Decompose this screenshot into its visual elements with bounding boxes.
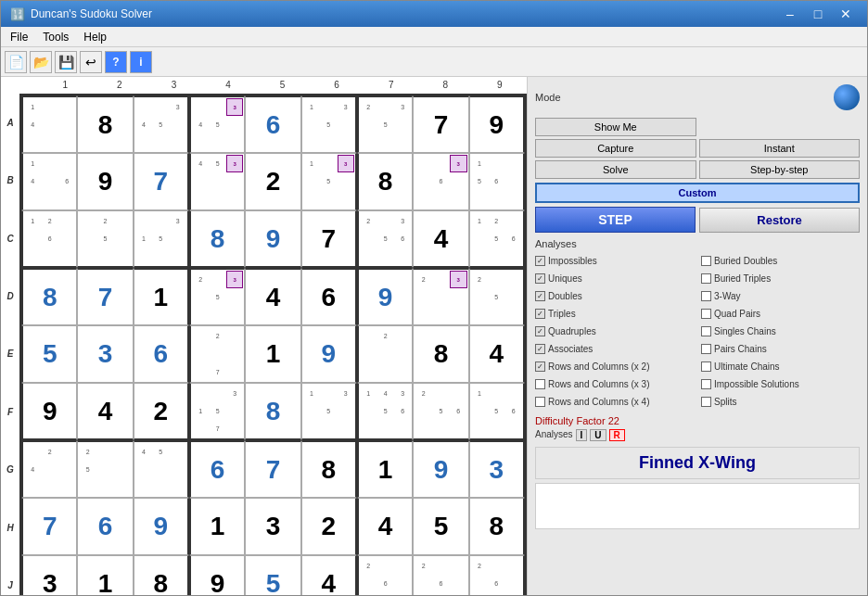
cell-g4[interactable]: 6: [189, 440, 245, 498]
cell-j4[interactable]: 9: [189, 555, 245, 595]
cell-b1[interactable]: 1 46: [21, 153, 77, 210]
cell-h7[interactable]: 4: [357, 498, 413, 555]
cell-c5[interactable]: 9: [245, 210, 300, 268]
cell-e3[interactable]: 6: [134, 325, 189, 383]
cell-h4[interactable]: 1: [189, 498, 245, 555]
menu-help[interactable]: Help: [78, 30, 112, 44]
cell-a1[interactable]: 1 4: [21, 95, 77, 153]
sudoku-grid[interactable]: 1 4 8 3 45: [19, 94, 527, 595]
cell-j9[interactable]: 2 6 7: [469, 555, 525, 595]
cell-f1[interactable]: 9: [21, 383, 77, 440]
cb-impossible-solutions[interactable]: [701, 379, 711, 389]
cell-g9[interactable]: 3: [469, 440, 525, 498]
cell-j3[interactable]: 8: [134, 555, 189, 595]
cell-d4[interactable]: 23 5: [189, 268, 245, 325]
cell-h3[interactable]: 9: [134, 498, 189, 555]
cell-c8[interactable]: 4: [413, 210, 468, 268]
cell-f2[interactable]: 4: [77, 383, 133, 440]
save-button[interactable]: 💾: [55, 51, 77, 73]
maximize-button[interactable]: □: [806, 5, 830, 23]
cell-g2[interactable]: 2 5: [77, 440, 133, 498]
cb-rows-cols-3[interactable]: [535, 379, 545, 389]
cell-a8[interactable]: 7: [413, 95, 468, 153]
cb-doubles[interactable]: [535, 291, 545, 301]
cell-b9[interactable]: 1 56: [469, 153, 525, 210]
help-button[interactable]: ?: [105, 51, 127, 73]
cell-e7[interactable]: 2: [357, 325, 413, 383]
cell-h9[interactable]: 8: [469, 498, 525, 555]
cell-g6[interactable]: 8: [301, 440, 357, 498]
cb-quadruples[interactable]: [535, 326, 545, 336]
cell-d6[interactable]: 6: [301, 268, 357, 325]
cb-singles-chains[interactable]: [701, 326, 711, 336]
cell-d1[interactable]: 8: [21, 268, 77, 325]
cell-b7[interactable]: 8: [357, 153, 413, 210]
cell-h5[interactable]: 3: [245, 498, 300, 555]
cb-impossibles[interactable]: [535, 256, 545, 266]
cell-j5[interactable]: 5: [245, 555, 300, 595]
cell-e1[interactable]: 5: [21, 325, 77, 383]
menu-file[interactable]: File: [5, 30, 33, 44]
cell-b3[interactable]: 7: [134, 153, 189, 210]
cell-a5[interactable]: 6: [245, 95, 300, 153]
menu-tools[interactable]: Tools: [37, 30, 74, 44]
open-button[interactable]: 📂: [30, 51, 52, 73]
cell-d2[interactable]: 7: [77, 268, 133, 325]
cell-j6[interactable]: 4: [301, 555, 357, 595]
cell-b5[interactable]: 2: [245, 153, 300, 210]
cell-g1[interactable]: 2 4: [21, 440, 77, 498]
cell-e2[interactable]: 3: [77, 325, 133, 383]
cell-a3[interactable]: 3 45: [134, 95, 189, 153]
cell-g8[interactable]: 9: [413, 440, 468, 498]
cell-e6[interactable]: 9: [301, 325, 357, 383]
instant-button[interactable]: Instant: [699, 139, 861, 158]
cell-g7[interactable]: 1: [357, 440, 413, 498]
cell-e4[interactable]: 2 7: [189, 325, 245, 383]
cb-pairs-chains[interactable]: [701, 344, 711, 354]
solve-button[interactable]: Solve: [535, 160, 696, 179]
cell-j8[interactable]: 2 6: [413, 555, 468, 595]
cell-h6[interactable]: 2: [301, 498, 357, 555]
cell-f8[interactable]: 2 56: [413, 383, 468, 440]
custom-button[interactable]: Custom: [535, 183, 860, 203]
step-button[interactable]: STEP: [535, 207, 696, 233]
globe-icon[interactable]: [834, 84, 860, 110]
cell-d8[interactable]: 23: [413, 268, 468, 325]
cell-j1[interactable]: 3: [21, 555, 77, 595]
restore-button[interactable]: Restore: [699, 208, 860, 233]
info-button[interactable]: i: [130, 51, 152, 73]
cell-c6[interactable]: 7: [301, 210, 357, 268]
cb-uniques[interactable]: [535, 273, 545, 284]
cell-f7[interactable]: 143 56: [357, 383, 413, 440]
cell-h2[interactable]: 6: [77, 498, 133, 555]
cell-e8[interactable]: 8: [413, 325, 468, 383]
capture-button[interactable]: Capture: [535, 139, 696, 158]
cell-e9[interactable]: 4: [469, 325, 525, 383]
cell-f6[interactable]: 13 5: [301, 383, 357, 440]
cell-a2[interactable]: 8: [77, 95, 133, 153]
cell-b4[interactable]: 453: [189, 153, 245, 210]
cell-c7[interactable]: 23 56: [357, 210, 413, 268]
show-me-button[interactable]: Show Me: [535, 118, 696, 136]
cb-buried-doubles[interactable]: [701, 256, 711, 266]
cell-a9[interactable]: 9: [469, 95, 525, 153]
cell-d9[interactable]: 2 5: [469, 268, 525, 325]
close-button[interactable]: ✕: [834, 5, 858, 23]
cell-c2[interactable]: 2 5: [77, 210, 133, 268]
cell-d7[interactable]: 9: [357, 268, 413, 325]
cb-associates[interactable]: [535, 344, 545, 354]
cell-c1[interactable]: 12 6: [21, 210, 77, 268]
cell-b6[interactable]: 13 5: [301, 153, 357, 210]
cell-f9[interactable]: 1 56: [469, 383, 525, 440]
step-by-step-button[interactable]: Step-by-step: [699, 160, 861, 179]
cell-d3[interactable]: 1: [134, 268, 189, 325]
cell-a7[interactable]: 23 5: [357, 95, 413, 153]
new-button[interactable]: 📄: [5, 51, 27, 73]
cb-3way[interactable]: [701, 291, 711, 301]
cell-h1[interactable]: 7: [21, 498, 77, 555]
cb-quad-pairs[interactable]: [701, 309, 711, 319]
cell-a6[interactable]: 13 5: [301, 95, 357, 153]
cell-c4[interactable]: 8: [189, 210, 245, 268]
cell-d5[interactable]: 4: [245, 268, 300, 325]
cb-rows-cols-2[interactable]: [535, 361, 545, 372]
